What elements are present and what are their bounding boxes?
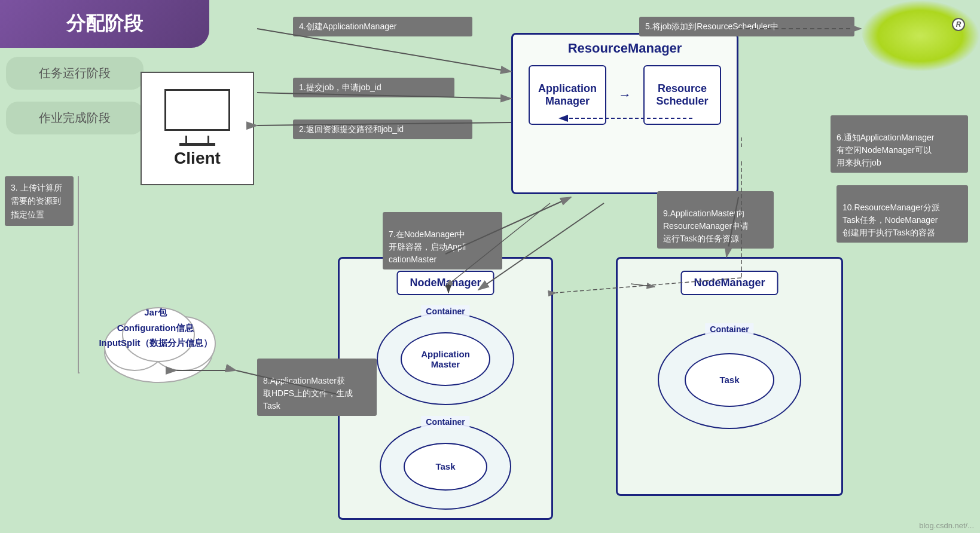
step8-label: 8.ApplicationMaster获 取HDFS上的文件，生成 Task [257, 359, 377, 416]
step9-label: 9.ApplicationMaster向 ResourceManager申请 运… [657, 191, 774, 249]
container-task-right-outer: Container Task [658, 330, 801, 429]
container-label-3: Container [705, 323, 753, 335]
step1-label: 1.提交job，申请job_id [293, 78, 454, 97]
step6-label: 6.通知ApplicationManager 有空闲NodeManager可以 … [831, 115, 968, 173]
decoration-blob [860, 0, 980, 72]
container-task-left-outer: Container Task [380, 423, 511, 510]
step5-label: 5.将job添加到ResourceScheduler中 [639, 17, 854, 36]
rm-title: ResourceManager [513, 41, 737, 56]
cloud-label: Jar包 Configuration信息 InputSplit（数据分片信息） [87, 305, 224, 351]
task-left-inner: Task [404, 443, 487, 491]
left-bracket-line [78, 176, 80, 373]
step2-label: 2.返回资源提交路径和job_id [293, 120, 472, 139]
phase-allocation: 分配阶段 [0, 0, 209, 48]
client-label: Client [174, 149, 221, 168]
nodemanager-right-header: NodeManager [680, 271, 778, 295]
rm-internal-arrow [525, 112, 728, 148]
container-label-2: Container [421, 416, 469, 428]
watermark: blog.csdn.net/... [919, 521, 974, 530]
monitor-screen [164, 89, 230, 131]
container-label-1: Container [421, 305, 469, 317]
step10-label: 10.ResourceManager分派 Task任务，NodeManager … [836, 185, 968, 243]
copyright-badge: R [952, 18, 965, 31]
monitor-icon [164, 89, 230, 146]
task-right-inner: Task [685, 353, 774, 407]
step3-label: 3. 上传计算所 需要的资源到 指定位置 [5, 176, 74, 226]
monitor-stand [185, 136, 209, 143]
nodemanager-right-box: NodeManager Container Task [616, 257, 843, 496]
phase-running: 任务运行阶段 [6, 57, 144, 90]
monitor-base [179, 143, 215, 146]
client-box: Client [141, 72, 254, 185]
nodemanager-left-header: NodeManager [396, 271, 494, 295]
resource-manager-box: ResourceManager Application Manager → Re… [511, 33, 738, 194]
phase-complete: 作业完成阶段 [6, 102, 144, 134]
step7-label: 7.在NodeManager中 开辟容器，启动Appli cationMaste… [383, 212, 502, 269]
appmaster-inner: ApplicationMaster [401, 332, 490, 386]
container-appmaster-outer: Container ApplicationMaster [377, 313, 514, 405]
step4-label: 4.创建ApplicationManager [293, 17, 472, 36]
